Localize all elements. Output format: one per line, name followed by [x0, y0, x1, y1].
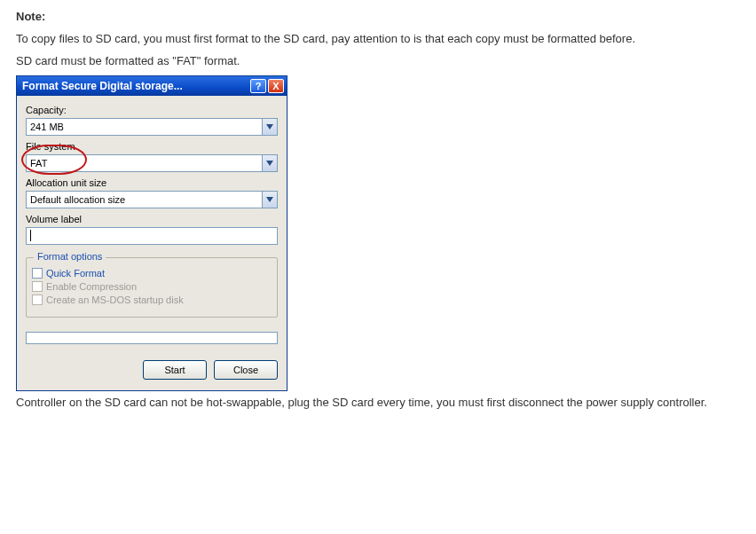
text-caret — [30, 230, 31, 241]
chevron-down-icon[interactable] — [262, 119, 277, 135]
filesystem-label: File system — [26, 141, 278, 152]
enable-compression-label: Enable Compression — [46, 281, 137, 292]
close-icon[interactable]: X — [268, 79, 284, 93]
chevron-down-icon[interactable] — [262, 155, 277, 171]
capacity-label: Capacity: — [26, 105, 278, 115]
capacity-combo[interactable]: 241 MB — [26, 118, 278, 136]
filesystem-value: FAT — [30, 158, 262, 169]
dialog-title: Format Secure Digital storage... — [22, 80, 248, 92]
msdos-startup-row: Create an MS-DOS startup disk — [32, 294, 272, 305]
filesystem-combo[interactable]: FAT — [26, 154, 278, 172]
format-options-group: Format options Quick Format Enable Compr… — [26, 257, 278, 318]
volume-label-input[interactable] — [26, 227, 278, 245]
start-button[interactable]: Start — [143, 360, 207, 380]
quick-format-row[interactable]: Quick Format — [32, 268, 272, 279]
format-options-title: Format options — [34, 251, 106, 262]
allocation-label: Allocation unit size — [26, 177, 278, 188]
note-heading: Note: — [16, 10, 45, 23]
enable-compression-row: Enable Compression — [32, 281, 272, 292]
progress-bar — [26, 332, 278, 344]
checkbox-icon — [32, 281, 43, 292]
format-dialog: Format Secure Digital storage... ? X Cap… — [16, 75, 287, 391]
checkbox-icon — [32, 294, 43, 305]
dialog-titlebar[interactable]: Format Secure Digital storage... ? X — [17, 76, 287, 96]
msdos-startup-label: Create an MS-DOS startup disk — [46, 294, 184, 305]
checkbox-icon[interactable] — [32, 268, 43, 279]
note-paragraph-2: SD card must be formatted as "FAT" forma… — [16, 53, 740, 70]
note-paragraph-1: To copy files to SD card, you must first… — [16, 31, 740, 48]
allocation-combo[interactable]: Default allocation size — [26, 191, 278, 208]
close-button[interactable]: Close — [214, 360, 278, 380]
volume-label-label: Volume label — [26, 214, 278, 224]
help-button[interactable]: ? — [250, 79, 266, 93]
quick-format-label: Quick Format — [46, 268, 105, 279]
allocation-value: Default allocation size — [30, 194, 262, 205]
note-paragraph-3: Controller on the SD card can not be hot… — [16, 395, 740, 412]
chevron-down-icon[interactable] — [262, 192, 277, 208]
capacity-value: 241 MB — [30, 122, 262, 132]
